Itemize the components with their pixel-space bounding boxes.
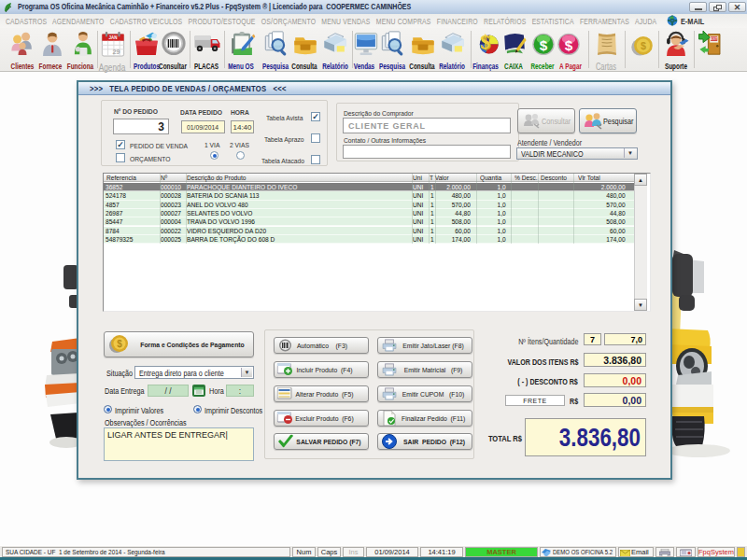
svg-text:$: $ <box>565 37 573 53</box>
svg-text:$: $ <box>117 339 122 349</box>
svg-text:JAN: JAN <box>108 35 117 40</box>
svg-text:$: $ <box>480 31 490 53</box>
svg-text:$: $ <box>540 37 548 53</box>
svg-text:29: 29 <box>113 48 120 56</box>
svg-text:$: $ <box>641 40 646 51</box>
svg-text:EXIT: EXIT <box>711 37 717 41</box>
